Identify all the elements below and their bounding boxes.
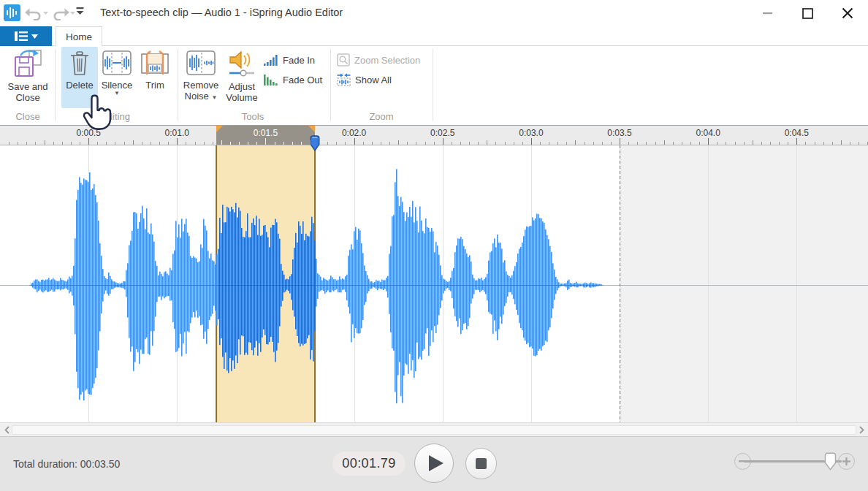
ruler-tick (381, 142, 381, 145)
ruler-tick (133, 140, 134, 145)
remove-noise-dropdown-caret: ▼ (211, 94, 217, 101)
horizontal-scrollbar[interactable] (0, 422, 868, 436)
ruler-tick (248, 142, 248, 145)
close-button[interactable] (835, 3, 860, 23)
ruler-tick-label: 0:01.0 (165, 128, 189, 138)
maximize-icon (802, 8, 813, 19)
ruler-tick (80, 142, 80, 145)
fade-in-button[interactable]: Fade In (264, 53, 315, 67)
ruler-tick (425, 142, 426, 145)
menu-icon (15, 31, 28, 42)
ruler-tick (9, 142, 9, 145)
scrollbar-thumb[interactable] (12, 425, 856, 435)
playhead-marker[interactable] (310, 135, 320, 151)
ruler-tick (124, 142, 125, 145)
delete-label: Delete (66, 80, 94, 91)
title-bar: Text-to-speech clip — Audio 1 - iSpring … (0, 0, 868, 26)
fade-in-icon (264, 54, 278, 66)
ruler-tick (505, 142, 506, 145)
adjust-volume-icon (227, 50, 256, 77)
delete-button[interactable]: Delete (61, 47, 98, 108)
maximize-button[interactable] (795, 3, 820, 23)
timeline-ruler[interactable]: 0:00.50:01.00:01.50:02.00:02.50:03.00:03… (0, 125, 868, 145)
ruler-tick (275, 142, 275, 145)
ruler-tick (354, 138, 355, 145)
ruler-tick (239, 142, 240, 145)
ruler-tick (682, 142, 682, 145)
ruler-tick (585, 142, 585, 145)
save-and-close-icon (13, 50, 42, 77)
ruler-tick (815, 142, 815, 145)
ruler-tick (389, 142, 390, 145)
ruler-tick (372, 142, 373, 145)
adjust-volume-button[interactable]: Adjust Volume (221, 50, 263, 103)
waveform-canvas[interactable] (0, 145, 868, 422)
ruler-tick (540, 142, 541, 145)
ruler-tick (690, 142, 691, 145)
play-button[interactable] (414, 444, 454, 483)
ruler-tick (88, 138, 89, 145)
scroll-right-button[interactable] (856, 425, 867, 435)
ruler-tick (655, 142, 656, 145)
remove-noise-label2: Noise (185, 91, 209, 102)
minimize-button[interactable] (755, 3, 780, 23)
ruler-tick (398, 140, 399, 145)
ruler-tick (159, 142, 160, 145)
ruler-tick (735, 142, 736, 145)
group-separator (178, 49, 178, 121)
group-label-close: Close (5, 111, 50, 122)
fade-in-label: Fade In (283, 55, 315, 66)
ruler-tick (823, 142, 824, 145)
ruler-tick (699, 142, 700, 145)
trim-button[interactable]: Trim (137, 50, 172, 91)
play-icon (428, 454, 444, 472)
trash-icon (70, 51, 89, 76)
silence-button[interactable]: Silence ▼ (98, 50, 136, 96)
show-all-button[interactable]: Show All (337, 72, 392, 87)
ruler-tick-label: 0:00.5 (76, 128, 100, 138)
ruler-tick (859, 142, 859, 145)
undo-button[interactable] (24, 6, 42, 20)
window-title: Text-to-speech clip — Audio 1 - iSpring … (100, 7, 343, 18)
ruler-tick (611, 142, 612, 145)
ruler-tick (708, 138, 709, 145)
zoom-in-button[interactable] (838, 453, 855, 470)
ruler-tick (115, 142, 115, 145)
ruler-tick (593, 142, 594, 145)
stop-button[interactable] (465, 448, 497, 479)
ruler-tick (796, 138, 797, 145)
redo-button[interactable] (51, 6, 69, 20)
ruler-tick (35, 142, 36, 145)
remove-noise-button[interactable]: Remove Noise ▼ (181, 50, 221, 102)
tab-home[interactable]: Home (56, 26, 102, 46)
silence-icon (102, 50, 132, 76)
ruler-tick (673, 142, 674, 145)
ruler-tick-label: 0:01.5 (254, 128, 278, 138)
ruler-tick (177, 138, 178, 145)
ruler-tick (664, 140, 665, 145)
fade-out-button[interactable]: Fade Out (264, 72, 322, 87)
zoom-selection-button[interactable]: Zoom Selection (337, 53, 420, 67)
group-separator (55, 49, 56, 121)
ruler-tick (195, 142, 196, 145)
ruler-tick (788, 142, 788, 145)
group-label-zoom: Zoom (346, 111, 416, 122)
ruler-tick (531, 138, 532, 145)
scroll-left-button[interactable] (1, 425, 12, 435)
save-and-close-button[interactable]: Save and Close (1, 50, 54, 103)
ruler-tick (434, 142, 435, 145)
silence-dropdown-caret: ▼ (114, 91, 120, 96)
ruler-tick (18, 142, 18, 145)
main-menu-button[interactable] (0, 26, 52, 46)
waveform-area[interactable] (0, 145, 868, 422)
ruler-tick (761, 142, 762, 145)
ruler-tick (327, 142, 328, 145)
ruler-tick (602, 142, 603, 145)
ruler-tick (779, 142, 780, 145)
ruler-tick (620, 138, 620, 145)
ruler-tick (805, 142, 806, 145)
trim-icon (140, 50, 170, 76)
ruler-tick (336, 142, 337, 145)
zoom-slider-thumb[interactable] (824, 452, 837, 471)
customize-quick-access-button[interactable] (76, 6, 88, 20)
